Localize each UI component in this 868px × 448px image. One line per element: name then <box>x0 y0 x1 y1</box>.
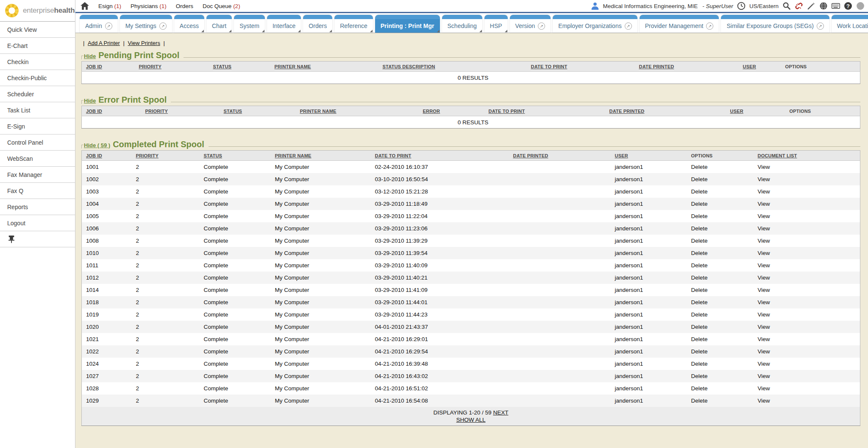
sidebar-item-quick-view[interactable]: Quick View <box>0 22 75 38</box>
sidebar-item-scheduler[interactable]: Scheduler <box>0 86 75 102</box>
column-header-date-to-print[interactable]: DATE TO PRINT <box>484 106 605 116</box>
pending-hide-link[interactable]: Hide <box>84 53 96 59</box>
column-header-document-list[interactable]: DOCUMENT LIST <box>754 151 860 161</box>
tab-admin[interactable]: Admin↗ <box>80 15 118 33</box>
add-printer-link[interactable]: Add A Printer <box>88 40 120 46</box>
keyboard-icon[interactable] <box>832 2 840 10</box>
column-header-date-to-print[interactable]: DATE TO PRINT <box>371 151 509 161</box>
delete-link[interactable]: Delete <box>687 198 754 210</box>
view-printers-link[interactable]: View Printers <box>128 40 160 46</box>
delete-link[interactable]: Delete <box>687 235 754 247</box>
delete-link[interactable]: Delete <box>687 272 754 284</box>
column-header-status[interactable]: STATUS <box>209 62 270 72</box>
view-link[interactable]: View <box>754 198 860 210</box>
view-link[interactable]: View <box>754 308 860 321</box>
view-link[interactable]: View <box>754 345 860 358</box>
view-link[interactable]: View <box>754 358 860 370</box>
delete-link[interactable]: Delete <box>687 173 754 185</box>
unlink-icon[interactable] <box>795 2 803 10</box>
view-link[interactable]: View <box>754 210 860 222</box>
external-link-icon[interactable]: ↗ <box>105 22 112 30</box>
sidebar-item-e-sign[interactable]: E-Sign <box>0 118 75 134</box>
error-hide-link[interactable]: Hide <box>84 98 96 104</box>
tab-scheduling[interactable]: Scheduling <box>442 15 482 33</box>
view-link[interactable]: View <box>754 222 860 235</box>
delete-link[interactable]: Delete <box>687 370 754 382</box>
tab-hsp[interactable]: HSP <box>484 15 508 33</box>
column-header-job-id[interactable]: JOB ID <box>82 106 141 116</box>
delete-link[interactable]: Delete <box>687 321 754 333</box>
tab-version[interactable]: Version↗ <box>510 15 551 33</box>
delete-link[interactable]: Delete <box>687 161 754 173</box>
column-header-date-printed[interactable]: DATE PRINTED <box>605 106 726 116</box>
view-link[interactable]: View <box>754 296 860 308</box>
column-header-printer-name[interactable]: PRINTER NAME <box>296 106 419 116</box>
view-link[interactable]: View <box>754 173 860 185</box>
view-link[interactable]: View <box>754 272 860 284</box>
view-link[interactable]: View <box>754 333 860 345</box>
external-link-icon[interactable]: ↗ <box>538 22 545 30</box>
column-header-status[interactable]: STATUS <box>220 106 296 116</box>
sidebar-item-checkin[interactable]: Checkin <box>0 54 75 70</box>
column-header-priority[interactable]: PRIORITY <box>141 106 220 116</box>
sidebar-pin-row[interactable] <box>0 231 75 247</box>
column-header-printer-name[interactable]: PRINTER NAME <box>270 62 378 72</box>
column-header-status[interactable]: STATUS <box>200 151 271 161</box>
column-header-error[interactable]: ERROR <box>419 106 484 116</box>
sidebar-item-logout[interactable]: Logout <box>0 215 75 231</box>
view-link[interactable]: View <box>754 284 860 296</box>
help-icon[interactable]: ? <box>844 2 852 10</box>
delete-link[interactable]: Delete <box>687 296 754 308</box>
delete-link[interactable]: Delete <box>687 345 754 358</box>
search-icon[interactable] <box>782 2 791 10</box>
completed-hide-link[interactable]: Hide ( 59 ) <box>84 142 110 148</box>
timezone-label[interactable]: US/Eastern <box>749 3 779 9</box>
view-link[interactable]: View <box>754 185 860 198</box>
column-header-job-id[interactable]: JOB ID <box>82 151 132 161</box>
tab-orders[interactable]: Orders <box>303 15 332 33</box>
column-header-status-description[interactable]: STATUS DESCRIPTION <box>378 62 527 72</box>
top-nav-esign[interactable]: Esign (1) <box>98 3 121 9</box>
delete-link[interactable]: Delete <box>687 358 754 370</box>
tab-reference[interactable]: Reference <box>334 15 373 33</box>
tab-chart[interactable]: Chart <box>206 15 232 33</box>
tab-provider-management[interactable]: Provider Management↗ <box>640 15 719 33</box>
sidebar-item-reports[interactable]: Reports <box>0 199 75 215</box>
sidebar-item-fax-manager[interactable]: Fax Manager <box>0 167 75 183</box>
delete-link[interactable]: Delete <box>687 259 754 272</box>
delete-link[interactable]: Delete <box>687 308 754 321</box>
top-nav-physicians[interactable]: Physicians (1) <box>131 3 167 9</box>
sidebar-item-control-panel[interactable]: Control Panel <box>0 134 75 151</box>
delete-link[interactable]: Delete <box>687 284 754 296</box>
tab-system[interactable]: System <box>234 15 265 33</box>
column-header-job-id[interactable]: JOB ID <box>82 62 135 72</box>
sidebar-item-checkin-public[interactable]: Checkin-Public <box>0 70 75 86</box>
wand-icon[interactable] <box>807 2 815 10</box>
sidebar-item-e-chart[interactable]: E-Chart <box>0 38 75 54</box>
tab-work-locations[interactable]: Work Locations↗ <box>832 15 868 33</box>
view-link[interactable]: View <box>754 161 860 173</box>
tab-similar-exposure-groups-segs[interactable]: Similar Exposure Groups (SEGs)↗ <box>721 15 829 33</box>
sidebar-item-webscan[interactable]: WebScan <box>0 151 75 167</box>
top-nav-doc-queue[interactable]: Doc Queue (2) <box>203 3 240 9</box>
view-link[interactable]: View <box>754 235 860 247</box>
view-link[interactable]: View <box>754 382 860 395</box>
external-link-icon[interactable]: ↗ <box>625 22 632 30</box>
column-header-printer-name[interactable]: PRINTER NAME <box>271 151 371 161</box>
organization-name[interactable]: Medical Informatics Engineering, MIE <box>603 3 698 9</box>
column-header-user[interactable]: USER <box>726 106 785 116</box>
pin-icon[interactable] <box>7 235 16 244</box>
column-header-user[interactable]: USER <box>611 151 687 161</box>
delete-link[interactable]: Delete <box>687 210 754 222</box>
delete-link[interactable]: Delete <box>687 185 754 198</box>
delete-link[interactable]: Delete <box>687 333 754 345</box>
view-link[interactable]: View <box>754 321 860 333</box>
sidebar-item-task-list[interactable]: Task List <box>0 102 75 118</box>
view-link[interactable]: View <box>754 259 860 272</box>
show-all-link[interactable]: SHOW ALL <box>456 417 485 423</box>
view-link[interactable]: View <box>754 395 860 407</box>
column-header-date-printed[interactable]: DATE PRINTED <box>509 151 611 161</box>
home-icon[interactable] <box>81 2 89 10</box>
delete-link[interactable]: Delete <box>687 247 754 259</box>
tab-employer-organizations[interactable]: Employer Organizations↗ <box>553 15 637 33</box>
